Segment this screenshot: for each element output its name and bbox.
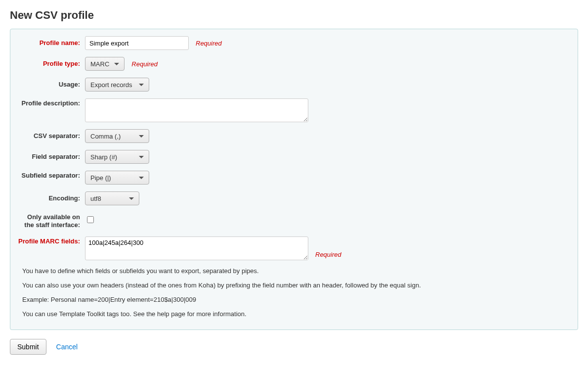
chevron-down-icon [139,156,144,158]
label-field-separator: Field separator: [18,150,85,161]
chevron-down-icon [114,63,119,65]
help-line: You can also use your own headers (inste… [22,282,570,289]
required-hint: Required [315,251,341,258]
label-profile-type: Profile type: [18,57,85,68]
profile-name-input[interactable] [85,36,189,50]
chevron-down-icon [129,197,134,200]
profile-form: Profile name: Required Profile type: MAR… [10,29,578,330]
label-profile-marc-fields: Profile MARC fields: [18,236,85,245]
label-csv-separator: CSV separator: [18,129,85,140]
staff-only-checkbox[interactable] [87,216,94,223]
label-encoding: Encoding: [18,191,85,202]
help-line: You can use Template Toolkit tags too. S… [22,310,570,318]
label-subfield-separator: Subfield separator: [18,171,85,180]
label-staff-only: Only available on the staff interface: [18,212,85,230]
cancel-link[interactable]: Cancel [56,343,78,351]
profile-marc-fields-textarea[interactable]: 100a|245a|264|300 [85,236,308,260]
chevron-down-icon [139,135,144,138]
form-actions: Submit Cancel [10,339,578,355]
required-hint: Required [196,40,222,47]
help-text: You have to define which fields or subfi… [18,267,570,318]
chevron-down-icon [139,84,144,86]
page-title: New CSV profile [10,9,578,22]
label-usage: Usage: [18,78,85,89]
label-profile-description: Profile description: [18,98,85,107]
field-separator-select[interactable]: Sharp (#) [85,150,149,164]
usage-select[interactable]: Export records [85,78,149,92]
required-hint: Required [131,60,158,68]
label-profile-name: Profile name: [18,36,85,47]
help-line: Example: Personal name=200|Entry element… [22,296,570,303]
profile-type-select[interactable]: MARC [85,57,125,71]
chevron-down-icon [139,177,144,179]
encoding-select[interactable]: utf8 [85,191,139,205]
subfield-separator-select[interactable]: Pipe (|) [85,171,149,185]
help-line: You have to define which fields or subfi… [22,267,570,275]
submit-button[interactable]: Submit [10,339,46,355]
profile-description-textarea[interactable] [85,98,308,122]
csv-separator-select[interactable]: Comma (,) [85,129,149,143]
